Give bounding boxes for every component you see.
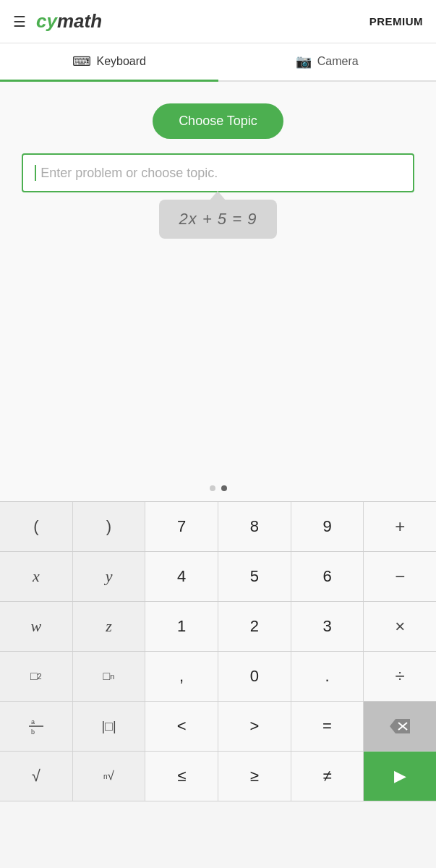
keyboard-icon: ⌨: [72, 54, 91, 69]
key-5[interactable]: 5: [218, 552, 291, 601]
tab-camera-label: Camera: [317, 55, 359, 68]
key-fraction[interactable]: a b: [0, 702, 73, 751]
key-decimal[interactable]: .: [291, 652, 364, 701]
input-cursor: [35, 165, 36, 181]
keyboard-row-3: w z 1 2 3 ×: [0, 602, 436, 652]
key-neq[interactable]: ≠: [291, 752, 364, 801]
menu-icon[interactable]: ☰: [13, 13, 26, 30]
input-placeholder-text: Enter problem or choose topic.: [40, 166, 218, 181]
key-power[interactable]: □n: [73, 652, 146, 701]
keyboard-row-2: x y 4 5 6 −: [0, 552, 436, 602]
key-4[interactable]: 4: [145, 552, 218, 601]
key-z[interactable]: z: [73, 602, 146, 651]
backspace-icon: [390, 719, 410, 733]
key-nroot[interactable]: n√: [73, 752, 146, 801]
keyboard-row-6: √ n√ ≤ ≥ ≠ ▶: [0, 752, 436, 801]
dot-2: [221, 485, 227, 491]
key-close-paren[interactable]: ): [73, 502, 146, 551]
key-abs[interactable]: |□|: [73, 702, 146, 751]
key-0[interactable]: 0: [218, 652, 291, 701]
tab-camera[interactable]: 📷 Camera: [218, 43, 437, 82]
key-x[interactable]: x: [0, 552, 73, 601]
key-minus[interactable]: −: [364, 552, 436, 601]
svg-text:a: a: [31, 718, 35, 726]
svg-marker-3: [390, 719, 410, 733]
math-keyboard: ( ) 7 8 9 + x y 4 5 6 − w z 1 2 3 × □2 □…: [0, 501, 436, 801]
key-sqrt[interactable]: √: [0, 752, 73, 801]
dot-1: [210, 485, 215, 491]
key-6[interactable]: 6: [291, 552, 364, 601]
key-9[interactable]: 9: [291, 502, 364, 551]
key-8[interactable]: 8: [218, 502, 291, 551]
key-open-paren[interactable]: (: [0, 502, 73, 551]
math-suggestion-bubble: 2x + 5 = 9: [159, 200, 278, 239]
key-less-than[interactable]: <: [145, 702, 218, 751]
logo-math: math: [57, 10, 102, 32]
key-y[interactable]: y: [73, 552, 146, 601]
header-left: ☰ cymath: [13, 10, 102, 33]
svg-text:b: b: [31, 728, 35, 736]
key-equals[interactable]: =: [291, 702, 364, 751]
key-divide[interactable]: ÷: [364, 652, 436, 701]
key-w[interactable]: w: [0, 602, 73, 651]
keyboard-row-4: □2 □n , 0 . ÷: [0, 652, 436, 702]
key-greater-than[interactable]: >: [218, 702, 291, 751]
fraction-icon: a b: [26, 716, 46, 736]
key-multiply[interactable]: ×: [364, 602, 436, 651]
math-example-text: 2x + 5 = 9: [179, 210, 257, 229]
tab-keyboard[interactable]: ⌨ Keyboard: [0, 43, 218, 82]
keyboard-row-5: a b |□| < > =: [0, 702, 436, 752]
key-leq[interactable]: ≤: [145, 752, 218, 801]
key-3[interactable]: 3: [291, 602, 364, 651]
pagination-dots: [0, 475, 436, 501]
choose-topic-button[interactable]: Choose Topic: [153, 103, 283, 139]
key-backspace[interactable]: [364, 702, 436, 751]
key-2[interactable]: 2: [218, 602, 291, 651]
key-7[interactable]: 7: [145, 502, 218, 551]
key-1[interactable]: 1: [145, 602, 218, 651]
camera-icon: 📷: [296, 54, 312, 69]
key-comma[interactable]: ,: [145, 652, 218, 701]
key-go[interactable]: ▶: [364, 752, 436, 801]
key-plus[interactable]: +: [364, 502, 436, 551]
logo-cy: cy: [36, 10, 57, 32]
app-header: ☰ cymath PREMIUM: [0, 0, 436, 43]
premium-badge: PREMIUM: [369, 15, 423, 27]
tab-keyboard-label: Keyboard: [97, 55, 147, 68]
key-square[interactable]: □2: [0, 652, 73, 701]
app-logo: cymath: [36, 10, 102, 33]
main-content: Choose Topic Enter problem or choose top…: [0, 82, 436, 501]
key-geq[interactable]: ≥: [218, 752, 291, 801]
keyboard-row-1: ( ) 7 8 9 +: [0, 502, 436, 552]
tab-bar: ⌨ Keyboard 📷 Camera: [0, 43, 436, 82]
problem-input[interactable]: Enter problem or choose topic.: [22, 153, 414, 192]
